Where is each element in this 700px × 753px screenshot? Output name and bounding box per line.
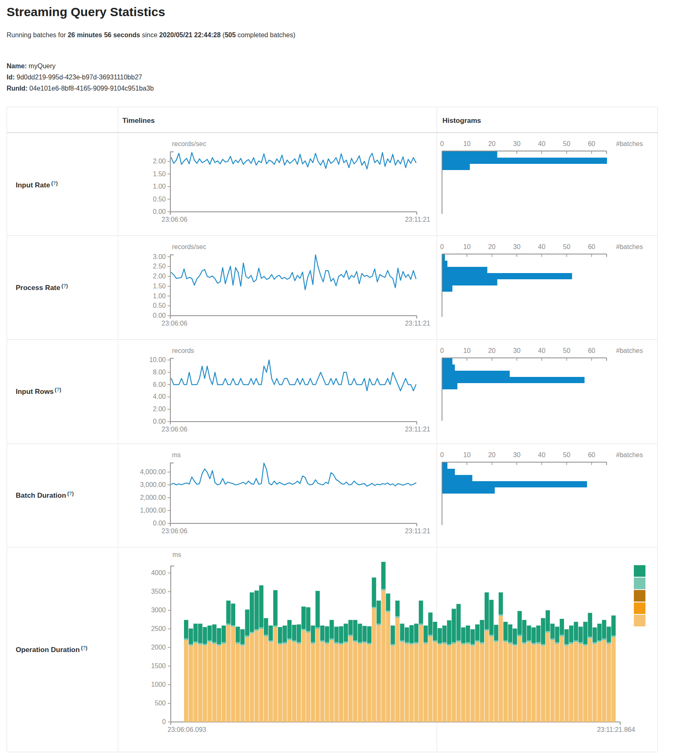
input-rate-timeline-x-end: 23:11:21 — [405, 216, 430, 223]
process-rate-histogram-bar-0 — [442, 254, 445, 261]
operation-duration-x-start: 23:06:06.093 — [167, 726, 206, 733]
batch-duration-histogram-bar-3 — [442, 481, 587, 487]
svg-text:500: 500 — [155, 700, 166, 707]
svg-text:0.50: 0.50 — [153, 302, 166, 309]
svg-text:0.00: 0.00 — [153, 418, 166, 425]
svg-text:60: 60 — [588, 347, 595, 354]
process-rate-histogram-unit-label: #batches — [616, 243, 643, 250]
svg-text:3500: 3500 — [151, 588, 166, 595]
svg-text:10: 10 — [463, 243, 471, 250]
svg-text:3000: 3000 — [151, 607, 166, 614]
svg-text:4,000.00: 4,000.00 — [140, 468, 166, 475]
svg-text:8.00: 8.00 — [153, 369, 166, 376]
input-rate-histogram-unit-label: #batches — [616, 140, 643, 147]
charts-canvas: records/sec0.000.501.001.502.0023:06:062… — [0, 0, 700, 753]
input-rate-timeline-line — [171, 153, 416, 169]
svg-text:40: 40 — [538, 140, 545, 147]
process-rate-timeline-unit-label: records/sec — [172, 243, 206, 250]
svg-text:2500: 2500 — [151, 625, 166, 632]
svg-text:4.00: 4.00 — [153, 393, 166, 400]
operation-duration-legend-swatch-1[interactable] — [634, 578, 645, 589]
batch-duration-histogram-bar-0 — [442, 463, 447, 469]
svg-text:1,000.00: 1,000.00 — [140, 507, 166, 514]
operation-duration-x-end: 23:11:21.864 — [597, 726, 635, 733]
svg-text:0: 0 — [440, 243, 444, 250]
svg-text:30: 30 — [513, 243, 521, 250]
batch-duration-timeline-chart: ms0.001,000.002,000.003,000.004,000.0023… — [140, 451, 430, 535]
input-rows-timeline-line — [171, 360, 416, 391]
input-rate-timeline-x-start: 23:06:06 — [162, 216, 187, 223]
svg-text:50: 50 — [563, 347, 571, 354]
svg-text:6.00: 6.00 — [153, 381, 166, 388]
batch-duration-histogram-unit-label: #batches — [616, 451, 643, 458]
process-rate-timeline-x-start: 23:06:06 — [162, 320, 187, 327]
svg-text:30: 30 — [513, 140, 521, 147]
svg-text:10: 10 — [463, 347, 471, 354]
svg-text:50: 50 — [563, 451, 571, 458]
operation-duration-legend-swatch-4[interactable] — [634, 615, 645, 626]
svg-text:60: 60 — [588, 243, 595, 250]
input-rows-timeline-x-start: 23:06:06 — [162, 426, 187, 433]
input-rows-histogram-unit-label: #batches — [616, 347, 643, 354]
input-rows-timeline-chart: records0.002.004.006.008.0010.0023:06:06… — [149, 347, 430, 433]
input-rows-histogram-bar-4 — [442, 383, 457, 389]
svg-text:10.00: 10.00 — [149, 356, 166, 363]
svg-text:30: 30 — [513, 451, 521, 458]
batch-duration-histogram-bar-1 — [442, 469, 455, 475]
svg-text:10: 10 — [463, 140, 471, 147]
svg-text:1500: 1500 — [151, 662, 166, 669]
process-rate-histogram-chart: 0102030405060#batches — [440, 243, 643, 317]
svg-text:0: 0 — [440, 140, 444, 147]
svg-text:40: 40 — [538, 451, 545, 458]
svg-text:4000: 4000 — [151, 569, 166, 576]
svg-text:0.50: 0.50 — [153, 196, 166, 203]
svg-text:1.50: 1.50 — [153, 170, 166, 177]
svg-text:1.50: 1.50 — [153, 283, 166, 290]
batch-duration-timeline-line — [171, 463, 416, 486]
operation-duration-legend-swatch-3[interactable] — [634, 602, 645, 614]
svg-text:20: 20 — [488, 451, 496, 458]
input-rows-timeline-x-end: 23:11:21 — [405, 426, 430, 433]
batch-duration-histogram-bar-2 — [442, 475, 472, 481]
svg-text:2.00: 2.00 — [153, 273, 166, 280]
input-rows-histogram-bar-3 — [442, 377, 585, 383]
input-rows-histogram-bar-0 — [442, 358, 452, 365]
svg-text:20: 20 — [488, 243, 496, 250]
svg-text:0.00: 0.00 — [153, 520, 166, 527]
input-rows-timeline-unit-label: records — [172, 347, 194, 354]
svg-text:3,000.00: 3,000.00 — [140, 481, 166, 488]
svg-text:0.00: 0.00 — [153, 208, 166, 215]
process-rate-histogram-bar-4 — [442, 279, 497, 285]
process-rate-histogram-bar-1 — [442, 261, 447, 267]
input-rows-histogram-bar-1 — [442, 365, 455, 371]
svg-text:1.00: 1.00 — [153, 293, 166, 300]
operation-duration-unit-label: ms — [172, 551, 181, 558]
svg-text:60: 60 — [588, 140, 595, 147]
process-rate-timeline-chart: records/sec0.000.501.001.502.002.503.002… — [153, 243, 430, 327]
operation-duration-legend-swatch-2[interactable] — [634, 590, 645, 602]
svg-text:3.00: 3.00 — [153, 253, 166, 260]
svg-text:2.00: 2.00 — [153, 158, 166, 165]
svg-text:1000: 1000 — [151, 681, 166, 688]
batch-duration-timeline-unit-label: ms — [172, 451, 181, 458]
batch-duration-histogram-bar-4 — [442, 487, 495, 494]
operation-duration-chart: ms0500100015002000250030003500400023:06:… — [151, 551, 645, 733]
input-rate-histogram-bar-1 — [442, 158, 607, 164]
process-rate-histogram-bar-3 — [442, 273, 572, 279]
svg-text:40: 40 — [538, 243, 545, 250]
input-rate-histogram-chart: 0102030405060#batches — [440, 140, 643, 214]
svg-text:20: 20 — [488, 347, 496, 354]
svg-text:50: 50 — [563, 140, 571, 147]
svg-text:0: 0 — [162, 718, 166, 725]
input-rate-histogram-bar-0 — [442, 151, 497, 158]
process-rate-histogram-bar-2 — [442, 267, 487, 273]
svg-text:40: 40 — [538, 347, 545, 354]
operation-duration-legend-swatch-0[interactable] — [634, 565, 645, 577]
input-rate-histogram-bar-2 — [442, 164, 470, 170]
svg-text:50: 50 — [563, 243, 571, 250]
svg-text:2.50: 2.50 — [153, 263, 166, 270]
process-rate-histogram-bar-5 — [442, 285, 452, 292]
batch-duration-histogram-chart: 0102030405060#batches — [440, 451, 643, 525]
svg-text:60: 60 — [588, 451, 595, 458]
input-rate-timeline-unit-label: records/sec — [172, 140, 206, 147]
